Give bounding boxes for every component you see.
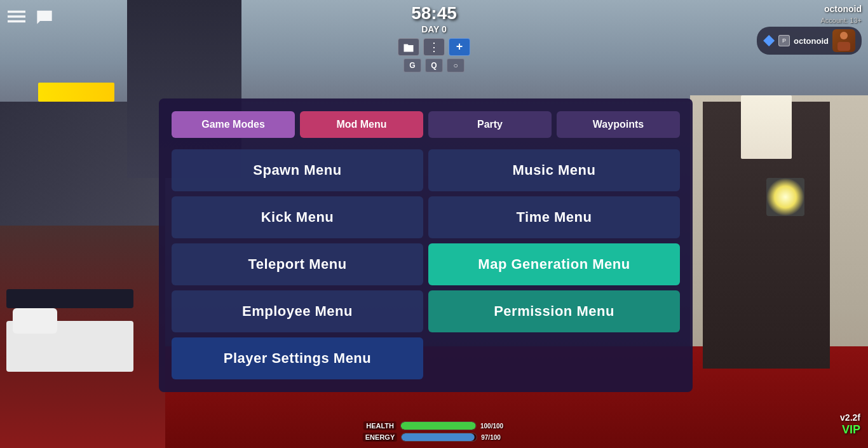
- energy-bar-bg: [401, 433, 477, 442]
- health-bar-row: HEALTH 100/100: [363, 421, 505, 430]
- bg-light: [766, 178, 804, 216]
- hamburger-menu-icon[interactable]: [6, 6, 27, 27]
- chat-icon[interactable]: [34, 6, 55, 27]
- health-bar-fill: [401, 422, 476, 430]
- user-badge-row[interactable]: P octonoid: [757, 27, 862, 55]
- tab-mod-menu[interactable]: Mod Menu: [300, 111, 423, 138]
- bg-headboard: [6, 289, 133, 308]
- user-badge-name: octonoid: [794, 36, 829, 46]
- svg-rect-1: [8, 15, 25, 18]
- tab-bar: Game Modes Mod Menu Party Waypoints: [172, 111, 680, 138]
- key-q: Q: [425, 58, 443, 72]
- teleport-menu-button[interactable]: Teleport Menu: [172, 243, 423, 285]
- tab-party[interactable]: Party: [428, 111, 552, 138]
- music-menu-button[interactable]: Music Menu: [428, 149, 680, 191]
- player-settings-menu-button[interactable]: Player Settings Menu: [172, 337, 423, 379]
- svg-rect-3: [840, 32, 848, 39]
- day-label: DAY 0: [421, 24, 447, 34]
- avatar: [832, 29, 855, 52]
- svg-rect-2: [8, 20, 25, 23]
- permission-menu-button[interactable]: Permission Menu: [428, 290, 680, 332]
- bg-poster: [741, 95, 792, 159]
- plus-button[interactable]: +: [449, 38, 470, 56]
- energy-bar-row: ENERGY 97/100: [363, 433, 505, 442]
- bg-pillow: [13, 308, 57, 334]
- username-text: octonoid: [824, 4, 862, 14]
- main-menu-overlay: Game Modes Mod Menu Party Waypoints Spaw…: [159, 98, 693, 392]
- key-g: G: [403, 58, 421, 72]
- hud-bottom: HEALTH 100/100 ENERGY 97/100: [363, 421, 505, 442]
- spawn-menu-button[interactable]: Spawn Menu: [172, 149, 423, 191]
- health-value: 100/100: [480, 423, 505, 430]
- svg-rect-4: [837, 42, 850, 51]
- dots-button[interactable]: ⋮: [423, 38, 445, 56]
- energy-bar-fill: [402, 433, 474, 441]
- map-generation-menu-button[interactable]: Map Generation Menu: [428, 243, 680, 285]
- user-info-panel: octonoid Account: 13+ P octonoid: [757, 4, 862, 55]
- vip-text: VIP: [842, 423, 860, 437]
- energy-value: 97/100: [481, 434, 505, 441]
- key-circle: ○: [447, 58, 465, 72]
- time-menu-button[interactable]: Time Menu: [428, 196, 680, 238]
- game-timer: 58:45: [411, 3, 457, 24]
- kick-menu-button[interactable]: Kick Menu: [172, 196, 423, 238]
- health-label: HEALTH: [363, 421, 397, 430]
- premium-icon: P: [778, 35, 790, 46]
- tab-game-modes[interactable]: Game Modes: [172, 111, 295, 138]
- folder-button[interactable]: [398, 38, 419, 56]
- center-hud: 58:45 DAY 0 ⋮ + G Q ○: [398, 0, 470, 72]
- version-text: v2.2f: [840, 412, 860, 423]
- menu-grid: Spawn Menu Music Menu Kick Menu Time Men…: [172, 149, 680, 379]
- hud-buttons-row: ⋮ +: [398, 38, 470, 56]
- hud-keys-row: G Q ○: [403, 58, 465, 72]
- energy-label: ENERGY: [363, 433, 397, 442]
- account-label: Account: 13+: [820, 17, 862, 24]
- health-bar-bg: [400, 421, 477, 430]
- svg-rect-0: [8, 11, 25, 13]
- diamond-icon: [763, 35, 775, 46]
- top-left-icons: [6, 6, 55, 27]
- tab-waypoints[interactable]: Waypoints: [557, 111, 680, 138]
- bg-sign: [38, 83, 114, 102]
- employee-menu-button[interactable]: Employee Menu: [172, 290, 423, 332]
